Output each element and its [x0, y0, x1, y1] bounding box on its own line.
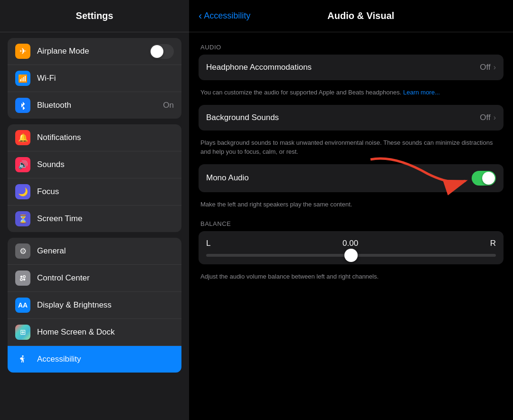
balance-left-label: L: [206, 239, 210, 248]
bluetooth-value: On: [163, 101, 174, 110]
general-label: General: [37, 246, 174, 256]
notifications-icon: 🔔: [15, 130, 30, 145]
sidebar-item-focus[interactable]: 🌙 Focus: [8, 178, 181, 205]
sidebar-item-control-center[interactable]: Control Center: [8, 265, 181, 292]
screen-time-label: Screen Time: [37, 214, 174, 224]
headphone-description: You can customize the audio for supporte…: [199, 84, 504, 105]
alerts-group: 🔔 Notifications 🔊 Sounds 🌙 Focus ⏳ Scree…: [8, 124, 181, 232]
background-sounds-value: Off: [480, 113, 490, 122]
airplane-mode-toggle[interactable]: [150, 44, 174, 59]
background-sounds-label: Background Sounds: [206, 113, 480, 122]
bluetooth-icon: [15, 98, 30, 113]
learn-more-link[interactable]: Learn more...: [403, 89, 440, 96]
background-sounds-chevron: ›: [494, 113, 496, 122]
sidebar-item-general[interactable]: ⚙ General: [8, 238, 181, 265]
headphone-accommodations-value: Off: [480, 63, 490, 72]
headphone-description-text: You can customize the audio for supporte…: [200, 89, 401, 96]
red-arrow-annotation: [356, 150, 480, 197]
settings-header: Settings: [0, 0, 189, 32]
control-center-label: Control Center: [37, 273, 174, 283]
right-panel: ‹ Accessibility Audio & Visual AUDIO Hea…: [189, 0, 513, 420]
bluetooth-label: Bluetooth: [37, 101, 163, 110]
balance-right-label: R: [490, 239, 496, 248]
airplane-mode-toggle-thumb: [151, 45, 163, 58]
display-brightness-label: Display & Brightness: [37, 300, 174, 310]
balance-slider-thumb[interactable]: [344, 249, 358, 262]
svg-point-0: [20, 276, 23, 278]
balance-section: BALANCE L 0.00 R Adjust the audio volume…: [199, 220, 504, 289]
page-title: Audio & Visual: [256, 10, 466, 21]
wifi-icon: 📶: [15, 71, 30, 86]
sounds-icon: 🔊: [15, 157, 30, 172]
balance-card: L 0.00 R: [199, 231, 504, 264]
focus-icon: 🌙: [15, 184, 30, 199]
background-sounds-row[interactable]: Background Sounds Off ›: [199, 105, 504, 131]
balance-description: Adjust the audio volume balance between …: [199, 268, 504, 289]
sidebar-item-screen-time[interactable]: ⏳ Screen Time: [8, 205, 181, 232]
background-sounds-card: Background Sounds Off ›: [199, 105, 504, 131]
balance-labels: L 0.00 R: [206, 239, 496, 248]
settings-title: Settings: [76, 10, 114, 21]
sidebar-item-accessibility[interactable]: Accessibility: [8, 346, 181, 373]
general-icon: ⚙: [15, 243, 30, 259]
svg-point-1: [23, 276, 26, 278]
balance-section-label: BALANCE: [199, 220, 504, 227]
mono-audio-toggle-thumb: [482, 172, 495, 185]
accessibility-icon: [15, 352, 30, 367]
back-label: Accessibility: [204, 11, 250, 21]
settings-sidebar: Settings ✈ Airplane Mode 📶 Wi-Fi: [0, 0, 189, 420]
display-brightness-icon: AA: [15, 298, 30, 313]
sidebar-item-sounds[interactable]: 🔊 Sounds: [8, 151, 181, 178]
balance-slider-track[interactable]: [206, 254, 496, 257]
system-group: ⚙ General Control Center AA Display & Br…: [8, 238, 181, 373]
accessibility-label: Accessibility: [37, 355, 174, 364]
right-content: AUDIO Headphone Accommodations Off › You…: [189, 32, 513, 300]
headphone-accommodations-row[interactable]: Headphone Accommodations Off ›: [199, 55, 504, 80]
sidebar-item-wifi[interactable]: 📶 Wi-Fi: [8, 65, 181, 92]
sidebar-item-notifications[interactable]: 🔔 Notifications: [8, 124, 181, 151]
wifi-label: Wi-Fi: [37, 74, 174, 83]
home-screen-label: Home Screen & Dock: [37, 327, 174, 337]
notifications-label: Notifications: [37, 133, 174, 142]
screen-time-icon: ⏳: [15, 211, 30, 226]
back-chevron-icon: ‹: [199, 11, 202, 21]
connectivity-group: ✈ Airplane Mode 📶 Wi-Fi Bluetooth On: [8, 38, 181, 119]
sidebar-item-bluetooth[interactable]: Bluetooth On: [8, 92, 181, 119]
focus-label: Focus: [37, 187, 174, 196]
headphone-accommodations-card: Headphone Accommodations Off ›: [199, 55, 504, 80]
headphone-accommodations-chevron: ›: [494, 63, 496, 72]
svg-point-2: [20, 279, 23, 281]
mono-description: Make the left and right speakers play th…: [199, 196, 504, 217]
airplane-mode-icon: ✈: [15, 44, 30, 59]
sidebar-item-home-screen[interactable]: ⊞ Home Screen & Dock: [8, 319, 181, 346]
right-header: ‹ Accessibility Audio & Visual: [189, 0, 513, 32]
airplane-mode-label: Airplane Mode: [37, 47, 150, 56]
svg-point-3: [23, 279, 26, 281]
back-button[interactable]: ‹ Accessibility: [199, 11, 250, 21]
svg-point-4: [22, 355, 23, 357]
balance-value: 0.00: [342, 239, 358, 248]
sidebar-item-display-brightness[interactable]: AA Display & Brightness: [8, 292, 181, 319]
home-screen-icon: ⊞: [15, 325, 30, 340]
control-center-icon: [15, 271, 30, 286]
sounds-label: Sounds: [37, 160, 174, 169]
audio-section-label: AUDIO: [199, 44, 504, 51]
headphone-accommodations-label: Headphone Accommodations: [206, 63, 480, 72]
sidebar-item-airplane-mode[interactable]: ✈ Airplane Mode: [8, 38, 181, 65]
